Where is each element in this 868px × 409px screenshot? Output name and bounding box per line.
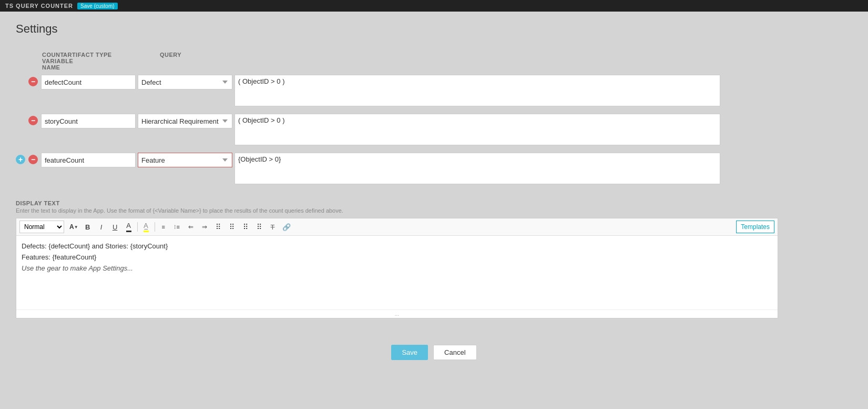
- display-text-section: DISPLAY TEXT Enter the text to display i…: [16, 200, 778, 318]
- font-button[interactable]: A▼: [67, 221, 80, 233]
- count-variable-name-3[interactable]: [41, 153, 136, 167]
- display-text-hint: Enter the text to display in the App. Us…: [16, 207, 778, 214]
- link-button[interactable]: 🔗: [280, 221, 293, 233]
- query-input-3[interactable]: {ObjectID > 0}: [234, 153, 720, 184]
- app-badge[interactable]: Save (custom): [77, 3, 117, 9]
- style-select[interactable]: Normal Heading 1 Heading 2 Heading 3: [19, 221, 64, 233]
- bold-button[interactable]: B: [81, 221, 94, 233]
- align-justify-button[interactable]: ⠿: [253, 221, 265, 233]
- ordered-list-button[interactable]: ≡: [157, 221, 170, 233]
- editor-resize-handle[interactable]: ...: [16, 310, 778, 318]
- editor-line-1: Defects: {defectCount} and Stories: {sto…: [22, 241, 772, 252]
- editor-toolbar: Normal Heading 1 Heading 2 Heading 3 A▼ …: [16, 218, 778, 236]
- editor-container: Normal Heading 1 Heading 2 Heading 3 A▼ …: [16, 218, 778, 318]
- table-header: COUNT VARIABLE NAME ARTIFACT TYPE QUERY: [40, 52, 720, 71]
- artifact-type-select-2[interactable]: Defect Hierarchical Requirement Feature …: [138, 114, 232, 128]
- editor-line-3: Use the gear to make App Settings...: [22, 263, 772, 274]
- remove-row-2-button[interactable]: −: [28, 116, 38, 125]
- table-row: + − Defect Hierarchical Requirement Feat…: [16, 153, 720, 184]
- artifact-type-select-1[interactable]: Defect Hierarchical Requirement Feature …: [138, 75, 232, 89]
- editor-line-2: Features: {featureCount}: [22, 252, 772, 263]
- count-variable-name-1[interactable]: [41, 75, 136, 89]
- display-text-label: DISPLAY TEXT: [16, 200, 778, 206]
- remove-row-3-button[interactable]: −: [28, 155, 38, 164]
- align-center-button[interactable]: ⠿: [226, 221, 238, 233]
- table-row: + − Defect Hierarchical Requirement Feat…: [16, 75, 720, 106]
- cancel-button[interactable]: Cancel: [433, 345, 476, 360]
- col-header-query: QUERY: [156, 52, 250, 71]
- unordered-list-button[interactable]: ⁝≡: [171, 221, 183, 233]
- italic-button[interactable]: I: [95, 221, 108, 233]
- col-header-name: COUNT VARIABLE NAME: [40, 52, 61, 71]
- templates-button[interactable]: Templates: [736, 221, 774, 233]
- editor-content[interactable]: Defects: {defectCount} and Stories: {sto…: [16, 236, 778, 310]
- query-input-1[interactable]: ( ObjectID > 0 ): [234, 75, 720, 106]
- highlight-button-wrapper[interactable]: A̲: [140, 221, 152, 233]
- align-left-button[interactable]: ⠿: [212, 221, 224, 233]
- table-row: + − Defect Hierarchical Requirement Feat…: [16, 114, 720, 145]
- outdent-button[interactable]: ⇐: [185, 221, 197, 233]
- add-row-3-button[interactable]: +: [16, 155, 25, 164]
- settings-table: COUNT VARIABLE NAME ARTIFACT TYPE QUERY …: [16, 52, 720, 184]
- col-header-artifact: ARTIFACT TYPE: [61, 52, 156, 71]
- page-title: Settings: [16, 22, 852, 36]
- app-title: TS QUERY COUNTER: [5, 3, 73, 9]
- footer-buttons: Save Cancel: [0, 334, 868, 371]
- underline-button[interactable]: U: [109, 221, 121, 233]
- align-right-button[interactable]: ⠿: [239, 221, 252, 233]
- indent-button[interactable]: ⇒: [198, 221, 211, 233]
- artifact-type-select-3[interactable]: Defect Hierarchical Requirement Feature …: [138, 153, 232, 167]
- font-color-button-wrapper[interactable]: A: [122, 221, 135, 233]
- query-input-2[interactable]: ( ObjectID > 0 ): [234, 114, 720, 145]
- clear-format-button[interactable]: T: [267, 221, 279, 233]
- save-button[interactable]: Save: [391, 345, 428, 360]
- count-variable-name-2[interactable]: [41, 114, 136, 128]
- remove-row-1-button[interactable]: −: [28, 77, 38, 86]
- top-bar: TS QUERY COUNTER Save (custom): [0, 0, 868, 12]
